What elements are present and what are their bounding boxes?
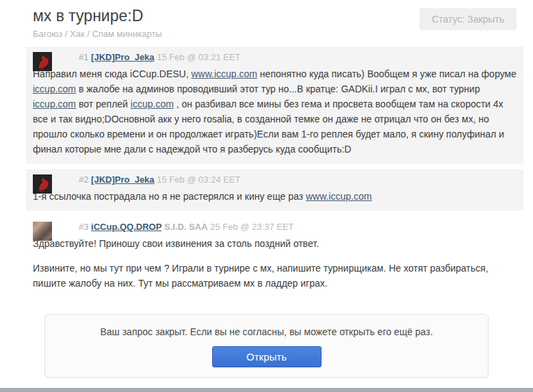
inline-link[interactable]: iccup.com xyxy=(33,99,76,109)
avatar-liverbird-icon xyxy=(33,52,52,71)
post-body: 1-я ссылочка пострадала но я не растерял… xyxy=(33,189,517,204)
post-date: 15 Feb @ 03:24 EET xyxy=(157,174,240,185)
body-text: 1-я ссылочка пострадала но я не растерял… xyxy=(33,191,306,202)
author-link[interactable]: [JKD]Pro_Jeka xyxy=(91,174,155,185)
post-body: Здравствуйте! Приношу свои извинения за … xyxy=(33,236,517,291)
avatar-user-photo xyxy=(33,222,52,241)
body-text: вот реплей xyxy=(76,99,131,109)
inline-link[interactable]: iccup.com xyxy=(33,83,76,94)
reopen-button[interactable]: Открыть xyxy=(212,346,322,367)
avatar-liverbird-icon xyxy=(33,174,52,194)
post-header: #1 [JKD]Pro_Jeka 15 Feb @ 03:21 EET xyxy=(79,51,517,64)
body-text: Направил меня сюда iCCup.DESU, xyxy=(33,68,192,79)
status-close-button[interactable]: Статус: Закрыть xyxy=(419,8,517,30)
post-list: #1 [JKD]Pro_Jeka 15 Feb @ 03:21 EET Напр… xyxy=(0,47,533,298)
post-number: #1 xyxy=(79,52,88,62)
post-number: #2 xyxy=(79,174,88,185)
ticket-header: мх в турнире:D Багоюз / Хак / Спам миник… xyxy=(0,0,533,39)
body-text: непонятно куда писать) Вообщем я уже пис… xyxy=(257,68,517,79)
post-1: #1 [JKD]Pro_Jeka 15 Feb @ 03:21 EET Напр… xyxy=(26,47,523,164)
body-text: Извините, но мы тут при чем ? Играли в т… xyxy=(33,263,489,289)
body-text: Здравствуйте! Приношу свои извинения за … xyxy=(33,238,319,249)
inline-link[interactable]: www.iccup.com xyxy=(192,68,257,79)
breadcrumb: Багоюз / Хак / Спам миникарты xyxy=(33,29,533,39)
closed-message: Ваш запрос закрыт. Если вы не согласны, … xyxy=(52,326,481,337)
post-header: #2 [JKD]Pro_Jeka 15 Feb @ 03:24 EET xyxy=(79,174,517,186)
post-number: #3 xyxy=(79,222,88,232)
post-date: 25 Feb @ 23:37 EET xyxy=(210,222,294,232)
bottom-edge-bar xyxy=(0,388,533,392)
inline-link[interactable]: www.iccup.com xyxy=(306,191,372,202)
request-closed-box: Ваш запрос закрыт. Если вы не согласны, … xyxy=(44,314,489,378)
author-role-badge: S.I.D. SAA xyxy=(164,222,208,232)
post-date: 15 Feb @ 03:21 EET xyxy=(157,52,240,62)
post-3: #3 iCCup.QQ.DROP S.I.D. SAA 25 Feb @ 23:… xyxy=(26,218,523,298)
post-2: #2 [JKD]Pro_Jeka 15 Feb @ 03:24 EET 1-я … xyxy=(26,170,523,211)
inline-link[interactable]: iccup.com xyxy=(131,99,174,109)
body-text: в жалобе на админов проводивший этот тур… xyxy=(76,83,480,94)
author-link[interactable]: [JKD]Pro_Jeka xyxy=(91,52,155,62)
post-body: Направил меня сюда iCCup.DESU, www.iccup… xyxy=(33,66,517,157)
author-link[interactable]: iCCup.QQ.DROP xyxy=(91,222,161,232)
post-header: #3 iCCup.QQ.DROP S.I.D. SAA 25 Feb @ 23:… xyxy=(79,221,517,233)
